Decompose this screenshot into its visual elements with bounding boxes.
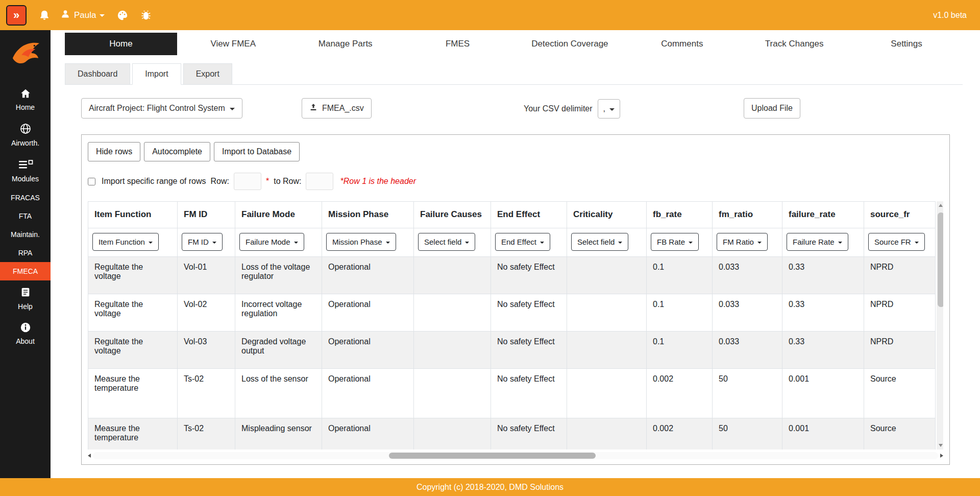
cell-failure-causes — [414, 294, 491, 332]
horizontal-scrollbar-thumb[interactable] — [389, 453, 596, 459]
sidebar-item-help[interactable]: Help — [0, 280, 51, 316]
column-header: Criticality — [567, 202, 647, 228]
table-row: Regultate the voltage Vol-03 Degraded vo… — [88, 332, 936, 369]
filter-dropdown-end-effect[interactable]: End Effect — [495, 233, 550, 251]
filter-dropdown-failure-rate[interactable]: Failure Rate — [787, 233, 848, 251]
subtab-import[interactable]: Import — [132, 63, 181, 85]
cell-failure-rate: 0.33 — [782, 257, 864, 294]
sidebar-item-fracas[interactable]: FRACAS — [0, 188, 51, 207]
filter-dropdown-failure-causes[interactable]: Select field — [418, 233, 475, 251]
tab-track-changes[interactable]: Track Changes — [738, 33, 850, 55]
filter-dropdown-criticality[interactable]: Select field — [571, 233, 628, 251]
scroll-left-arrow-icon[interactable] — [88, 454, 91, 458]
import-controls: Aircraft Project: Flight Control System … — [81, 98, 950, 120]
sidebar-item-maintain[interactable]: Maintain. — [0, 225, 51, 244]
row-to-input[interactable] — [306, 173, 333, 190]
project-selector-value: Aircraft Project: Flight Control System — [89, 104, 225, 113]
cell-fm-id: Ts-02 — [178, 369, 235, 418]
column-header: failure_rate — [782, 202, 864, 228]
upload-icon — [309, 103, 317, 113]
scroll-right-arrow-icon[interactable] — [940, 454, 943, 458]
tab-detection-coverage[interactable]: Detection Coverage — [514, 33, 626, 55]
cell-fb-rate: 0.002 — [647, 418, 713, 450]
tab-comments[interactable]: Comments — [626, 33, 738, 55]
sidebar-item-rpa[interactable]: RPA — [0, 244, 51, 262]
delimiter-dropdown[interactable]: , — [598, 99, 620, 119]
subtab-export[interactable]: Export — [183, 63, 232, 84]
sidebar-item-modules[interactable]: Modules — [0, 153, 51, 188]
hide-rows-button[interactable]: Hide rows — [88, 142, 140, 161]
cell-failure-rate: 0.33 — [782, 294, 864, 332]
sidebar-item-airworthiness[interactable]: Airworth. — [0, 117, 51, 153]
sidebar-item-label: FMECA — [13, 267, 38, 275]
vertical-scrollbar-thumb[interactable] — [938, 212, 943, 307]
chevron-down-icon — [838, 242, 842, 244]
filter-label: FM Ratio — [723, 238, 754, 246]
sidebar-item-home[interactable]: Home — [0, 82, 51, 117]
user-menu[interactable]: Paula — [60, 9, 105, 21]
tab-home[interactable]: Home — [65, 33, 177, 55]
user-name: Paula — [74, 10, 96, 20]
theme-palette-icon[interactable] — [117, 10, 128, 21]
filter-dropdown-fm-ratio[interactable]: FM Ratio — [717, 233, 768, 251]
cell-mission-phase: Operational — [322, 294, 414, 332]
filter-label: FB Rate — [657, 238, 685, 246]
info-icon — [20, 322, 31, 335]
footer: Copyright (c) 2018-2020, DMD Solutions — [0, 478, 980, 496]
delimiter-value: , — [603, 104, 605, 113]
sidebar-item-fta[interactable]: FTA — [0, 207, 51, 225]
filter-dropdown-fm-id[interactable]: FM ID — [182, 233, 223, 251]
table-filter-row: Item Function FM ID Failure Mode Mission… — [88, 228, 936, 257]
filter-dropdown-source-fr[interactable]: Source FR — [868, 233, 925, 251]
sidebar-collapse-button[interactable]: » — [6, 5, 27, 26]
tab-view-fmea[interactable]: View FMEA — [177, 33, 289, 55]
cell-fb-rate: 0.1 — [647, 332, 713, 369]
notifications-bell-icon[interactable] — [39, 9, 50, 21]
filter-dropdown-item-function[interactable]: Item Function — [92, 233, 159, 251]
cell-end-effect: No safety Effect — [491, 369, 567, 418]
sidebar-item-about[interactable]: About — [0, 316, 51, 351]
tab-settings[interactable]: Settings — [850, 33, 963, 55]
filter-label: Select field — [577, 238, 615, 246]
cell-item-function: Measure the temperature — [88, 369, 178, 418]
filter-label: FM ID — [188, 238, 209, 246]
subtab-label: Dashboard — [78, 69, 117, 78]
filter-label: Failure Rate — [793, 238, 835, 246]
column-header: Item Function — [88, 202, 178, 228]
filter-dropdown-failure-mode[interactable]: Failure Mode — [239, 233, 304, 251]
horizontal-scrollbar-track[interactable] — [93, 452, 938, 459]
cell-fm-ratio: 0.033 — [713, 294, 782, 332]
choose-file-button[interactable]: FMEA_.csv — [302, 98, 372, 119]
upload-file-button[interactable]: Upload File — [744, 98, 800, 119]
cell-fb-rate: 0.1 — [647, 257, 713, 294]
tab-fmes[interactable]: FMES — [402, 33, 514, 55]
sidebar-item-label: About — [16, 337, 35, 345]
scroll-up-arrow-icon[interactable] — [939, 204, 943, 207]
cell-fm-ratio: 0.033 — [713, 257, 782, 294]
table-row: Measure the temperature Ts-02 Loss of th… — [88, 369, 936, 418]
cell-fb-rate: 0.002 — [647, 369, 713, 418]
tab-manage-parts[interactable]: Manage Parts — [289, 33, 402, 55]
chevron-down-icon — [689, 242, 693, 244]
vertical-scrollbar[interactable] — [937, 201, 943, 450]
filter-dropdown-mission-phase[interactable]: Mission Phase — [326, 233, 396, 251]
import-to-database-button[interactable]: Import to Database — [214, 142, 300, 161]
filter-dropdown-fb-rate[interactable]: FB Rate — [651, 233, 699, 251]
cell-fm-ratio: 0.033 — [713, 332, 782, 369]
horizontal-scrollbar[interactable] — [88, 451, 943, 460]
project-selector-dropdown[interactable]: Aircraft Project: Flight Control System — [81, 98, 242, 119]
scroll-down-arrow-icon[interactable] — [939, 444, 943, 447]
sidebar-item-label: RPA — [18, 249, 33, 257]
bug-report-icon[interactable] — [140, 10, 152, 21]
autocomplete-button[interactable]: Autocomplete — [144, 142, 210, 161]
sidebar-item-label: Maintain. — [11, 230, 40, 239]
cell-source-fr: Source — [864, 418, 936, 450]
app-logo[interactable] — [10, 38, 41, 70]
chevron-down-icon — [757, 242, 762, 244]
row-from-input[interactable] — [234, 173, 261, 190]
range-checkbox[interactable] — [88, 178, 95, 185]
cell-failure-causes — [414, 418, 491, 450]
sidebar-item-fmeca[interactable]: FMECA — [0, 262, 51, 280]
subtab-dashboard[interactable]: Dashboard — [65, 63, 130, 84]
user-avatar-icon — [60, 9, 70, 21]
